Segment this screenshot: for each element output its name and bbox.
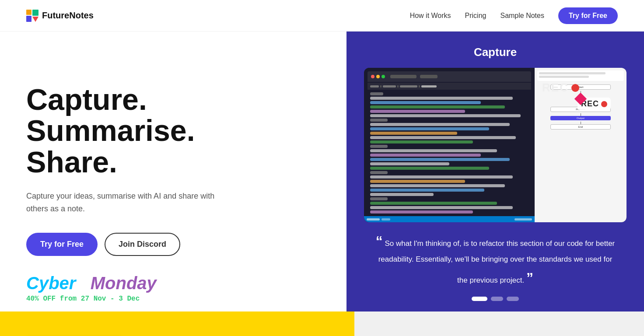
hero-headline: Capture. Summarise.Share. xyxy=(26,84,324,178)
bottom-left: Title Lorem Ipsum xyxy=(0,312,354,336)
quote-open: “ xyxy=(376,233,383,249)
code-editor xyxy=(364,68,535,222)
cyber-word: Cyber xyxy=(26,273,76,293)
hero-section: Capture. Summarise.Share. Capture your i… xyxy=(0,32,644,312)
promo-area: Cyber Monday 40% OFF from 27 Nov - 3 Dec xyxy=(26,273,324,303)
monday-word: Monday xyxy=(91,273,157,293)
cyber-monday-text: Cyber Monday xyxy=(26,273,324,293)
hero-buttons: Try for Free Join Discord xyxy=(26,233,324,256)
dots-indicator xyxy=(472,297,519,301)
logo-text: FutureNotes xyxy=(42,10,94,21)
logo[interactable]: FutureNotes xyxy=(26,10,94,22)
svg-rect-2 xyxy=(32,10,38,16)
try-for-free-button[interactable]: Try for Free xyxy=(26,233,98,256)
dot-green xyxy=(382,75,385,78)
dot-1[interactable] xyxy=(491,297,503,301)
rec-dot-small xyxy=(601,101,607,107)
hero-subtext: Capture your ideas, summarise with AI an… xyxy=(26,190,219,215)
code-lines xyxy=(368,91,531,217)
dot-2[interactable] xyxy=(507,297,519,301)
quote-section: “ So what I'm thinking of, is to refacto… xyxy=(364,229,626,290)
logo-icon xyxy=(26,10,38,22)
rec-text-large: REC xyxy=(542,81,569,94)
nav-how-it-works[interactable]: How it Works xyxy=(410,12,451,20)
nav-sample-notes[interactable]: Sample Notes xyxy=(500,12,544,20)
quote-close: ” xyxy=(526,270,533,286)
screenshot-container: REC REC Start xyxy=(364,68,626,222)
promo-detail: 40% OFF from 27 Nov - 3 Dec xyxy=(26,295,324,303)
bottom-right xyxy=(354,312,644,336)
rec-dot-large xyxy=(571,84,579,92)
svg-marker-3 xyxy=(32,17,38,22)
screenshot-inner: REC REC Start xyxy=(364,68,626,222)
rec-badge-large: REC xyxy=(542,81,579,94)
nav-cta-button[interactable]: Try for Free xyxy=(558,7,618,24)
svg-rect-0 xyxy=(26,16,32,22)
code-toolbar xyxy=(368,71,531,82)
nav-links: How it Works Pricing Sample Notes Try fo… xyxy=(410,7,618,24)
hero-right-panel: Capture xyxy=(346,32,644,312)
navbar: FutureNotes How it Works Pricing Sample … xyxy=(0,0,644,32)
quote-text: So what I'm thinking of, is to refactor … xyxy=(378,239,615,284)
hero-left: Capture. Summarise.Share. Capture your i… xyxy=(26,66,324,303)
svg-rect-1 xyxy=(26,10,32,15)
dot-0[interactable] xyxy=(472,297,487,301)
panel-title: Capture xyxy=(474,46,517,59)
bottom-section: Title Lorem Ipsum xyxy=(0,312,644,336)
dot-yellow xyxy=(376,75,380,78)
dot-red xyxy=(371,75,374,78)
join-discord-button[interactable]: Join Discord xyxy=(105,233,180,256)
nav-pricing[interactable]: Pricing xyxy=(465,12,486,20)
